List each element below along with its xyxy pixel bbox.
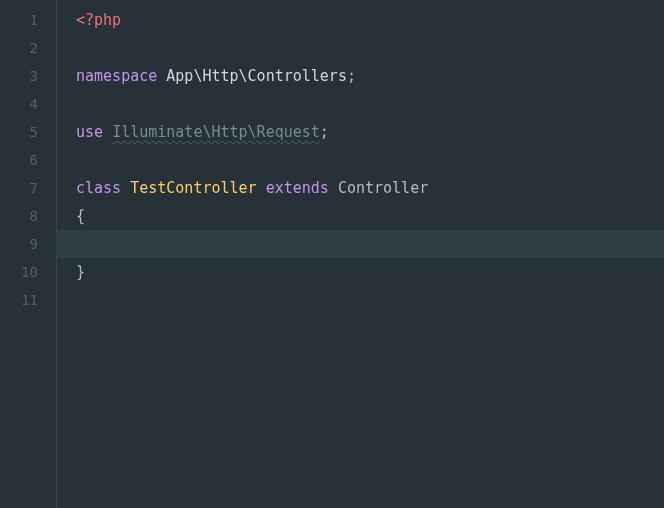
code-line[interactable]: namespace App\Http\Controllers; bbox=[76, 62, 664, 90]
line-number: 9 bbox=[5, 230, 56, 258]
space bbox=[157, 62, 166, 90]
line-number: 7 bbox=[5, 174, 56, 202]
namespace-name: App\Http\Controllers bbox=[166, 62, 347, 90]
code-line[interactable]: { bbox=[76, 202, 664, 230]
code-line[interactable]: class TestController extends Controller bbox=[76, 174, 664, 202]
keyword: class bbox=[76, 174, 121, 202]
code-area[interactable]: <?php namespace App\Http\Controllers; us… bbox=[56, 0, 664, 508]
keyword: extends bbox=[266, 174, 329, 202]
brace-open: { bbox=[76, 202, 85, 230]
code-line[interactable] bbox=[76, 146, 664, 174]
space bbox=[329, 174, 338, 202]
code-line[interactable]: use Illuminate\Http\Request; bbox=[76, 118, 664, 146]
code-line[interactable]: <?php bbox=[76, 6, 664, 34]
code-line[interactable] bbox=[76, 34, 664, 62]
code-line[interactable] bbox=[76, 90, 664, 118]
code-line[interactable]: } bbox=[76, 258, 664, 286]
code-editor[interactable]: 1 2 3 4 5 6 7 8 9 10 11 <?php namespace … bbox=[0, 0, 664, 508]
gutter: 1 2 3 4 5 6 7 8 9 10 11 bbox=[0, 0, 56, 508]
code-line-current[interactable] bbox=[56, 230, 664, 258]
line-number: 11 bbox=[5, 286, 56, 314]
keyword: namespace bbox=[76, 62, 157, 90]
space bbox=[257, 174, 266, 202]
line-number: 1 bbox=[5, 6, 56, 34]
space bbox=[103, 118, 112, 146]
line-number: 3 bbox=[5, 62, 56, 90]
php-open-tag: <?php bbox=[76, 6, 121, 34]
unused-import: Illuminate\Http\Request bbox=[112, 118, 320, 146]
brace-close: } bbox=[76, 258, 85, 286]
line-number: 6 bbox=[5, 146, 56, 174]
line-number: 8 bbox=[5, 202, 56, 230]
semicolon: ; bbox=[320, 118, 329, 146]
line-number: 10 bbox=[5, 258, 56, 286]
line-number: 4 bbox=[5, 90, 56, 118]
code-line[interactable] bbox=[76, 286, 664, 314]
line-number: 2 bbox=[5, 34, 56, 62]
keyword: use bbox=[76, 118, 103, 146]
semicolon: ; bbox=[347, 62, 356, 90]
class-name: TestController bbox=[130, 174, 256, 202]
base-class-name: Controller bbox=[338, 174, 428, 202]
line-number: 5 bbox=[5, 118, 56, 146]
space bbox=[121, 174, 130, 202]
